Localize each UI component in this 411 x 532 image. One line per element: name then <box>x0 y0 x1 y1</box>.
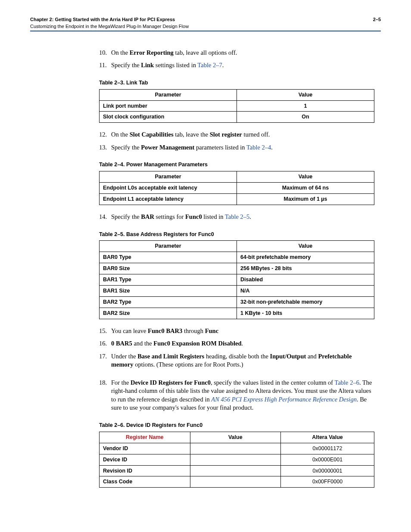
table-2-3-caption: Table 2–3. Link Tab <box>99 79 374 87</box>
table-row: Class Code0x00FF0000 <box>100 476 374 488</box>
table-row: BAR0 Size256 MBytes - 28 bits <box>100 263 374 274</box>
table-row: Device ID0x0000E001 <box>100 454 374 465</box>
table-row: Endpoint L1 acceptable latencyMaximum of… <box>100 194 374 205</box>
table-row: BAR1 TypeDisabled <box>100 274 374 286</box>
table-row: BAR1 SizeN/A <box>100 285 374 296</box>
table-row: Revision ID0x00000001 <box>100 465 374 476</box>
page-content: 10. On the Error Reporting tab, leave al… <box>99 49 374 488</box>
table-2-6: Register Name Value Altera Value Vendor … <box>99 432 374 488</box>
step-13: 13. Specify the Power Management paramet… <box>99 143 374 152</box>
table-2-4-caption: Table 2–4. Power Management Parameters <box>99 161 374 168</box>
table-row: Vendor ID0x00001172 <box>100 443 374 454</box>
table-2-5-caption: Table 2–5. Base Address Registers for Fu… <box>99 231 374 238</box>
table-row: BAR2 Size1 KByte - 10 bits <box>100 308 374 319</box>
table-row: BAR0 Type64-bit prefetchable memory <box>100 252 374 263</box>
table-2-5: Parameter Value BAR0 Type64-bit prefetch… <box>99 240 374 319</box>
table-row: Slot clock configurationOn <box>100 112 374 123</box>
step-14: 14. Specify the BAR settings for Func0 l… <box>99 213 374 221</box>
table-ref-link[interactable]: Table 2–6 <box>335 379 359 386</box>
table-2-3: Parameter Value Link port number1 Slot c… <box>99 89 374 123</box>
step-15: 15. You can leave Func0 BAR3 through Fun… <box>99 327 374 336</box>
table-2-6-caption: Table 2–6. Device ID Registers for Func0 <box>99 422 374 429</box>
page-number: 2–5 <box>373 16 381 23</box>
table-ref-link[interactable]: Table 2–7 <box>197 62 222 68</box>
table-2-4: Parameter Value Endpoint L0s acceptable … <box>99 171 374 205</box>
table-ref-link[interactable]: Table 2–4 <box>246 144 271 151</box>
step-12: 12. On the Slot Capabilities tab, leave … <box>99 131 374 139</box>
step-11: 11. Specify the Link settings listed in … <box>99 61 374 70</box>
step-10: 10. On the Error Reporting tab, leave al… <box>99 49 374 57</box>
header-section: Customizing the Endpoint in the MegaWiza… <box>30 23 189 30</box>
header-chapter: Chapter 2: Getting Started with the Arri… <box>30 16 189 23</box>
doc-ref-link[interactable]: AN 456 PCI Express High Performance Refe… <box>211 396 357 403</box>
table-row: Link port number1 <box>100 100 374 112</box>
table-row: Endpoint L0s acceptable exit latencyMaxi… <box>100 183 374 194</box>
step-17: 17. Under the Base and Limit Registers h… <box>99 352 374 369</box>
step-18: 18. For the Device ID Registers for Func… <box>99 379 374 412</box>
page-header: Chapter 2: Getting Started with the Arri… <box>30 16 381 31</box>
step-16: 16. 0 BAR5 and the Func0 Expansion ROM D… <box>99 339 374 348</box>
table-row: BAR2 Type32-bit non-prefetchable memory <box>100 296 374 308</box>
table-ref-link[interactable]: Table 2–5 <box>225 213 249 220</box>
